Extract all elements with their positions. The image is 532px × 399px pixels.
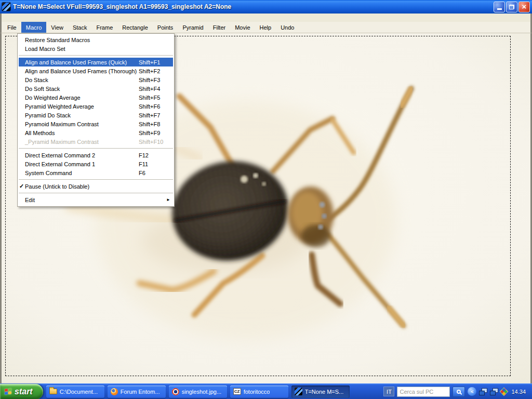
system-tray: IT < 14.34 — [383, 387, 532, 397]
menu-frame[interactable]: Frame — [91, 22, 117, 33]
menu-separator — [19, 179, 173, 180]
tray-collapse-chevron[interactable]: < — [468, 387, 476, 396]
menu-separator — [19, 193, 173, 193]
menu-help[interactable]: Help — [255, 22, 276, 33]
taskbar-item-documents[interactable]: C:\Document... — [46, 385, 104, 398]
menu-item-pyramid-maximum-contrast-disabled: _Pyramid Maximum Contrast Shift+F10 — [18, 137, 174, 146]
combinezp-icon — [295, 388, 302, 395]
menu-pyramid[interactable]: Pyramid — [178, 22, 208, 33]
menubar: File Macro View Stack Frame Rectangle Po… — [0, 22, 532, 33]
cz-icon: CZ — [233, 388, 241, 395]
menu-item-align-quick[interactable]: Align and Balance Used Frames (Quick) Sh… — [19, 58, 173, 66]
window-frame-strip — [0, 14, 532, 22]
menu-view[interactable]: View — [46, 22, 68, 33]
menu-item-edit[interactable]: Edit ► — [18, 195, 174, 204]
menu-macro[interactable]: Macro — [21, 22, 47, 33]
menu-item-system-command[interactable]: System Command F6 — [18, 168, 174, 177]
menu-item-align-thorough[interactable]: Align and Balance Used Frames (Thorough)… — [18, 66, 174, 75]
submenu-arrow-icon: ► — [166, 197, 170, 202]
folder-icon — [49, 389, 57, 394]
menu-item-pyramid-weighted-average[interactable]: Pyramid Weighted Average Shift+F6 — [18, 102, 174, 111]
antivirus-icon[interactable] — [500, 387, 509, 396]
menu-item-load-macro-set[interactable]: Load Macro Set — [18, 44, 174, 53]
menu-stack[interactable]: Stack — [68, 22, 92, 33]
minimize-button[interactable] — [494, 2, 505, 12]
menu-item-direct-external-command-1[interactable]: Direct External Command 1 F11 — [18, 159, 174, 168]
menu-separator — [19, 148, 173, 149]
app-icon — [2, 3, 10, 11]
taskbar-item-singleshot[interactable]: singleshot.jpg... — [169, 385, 227, 398]
language-indicator[interactable]: IT — [383, 387, 394, 396]
image-viewer-icon — [172, 388, 179, 395]
menu-file[interactable]: File — [3, 22, 21, 33]
menu-points[interactable]: Points — [153, 22, 178, 33]
start-label: start — [15, 387, 33, 396]
network-icon[interactable] — [479, 388, 487, 395]
menu-item-pyramoid-maximum-contrast[interactable]: Pyramoid Maximum Contrast Shift+F8 — [18, 119, 174, 128]
window-controls: × — [494, 2, 530, 12]
menu-movie[interactable]: Movie — [230, 22, 255, 33]
taskbar-clock: 14.34 — [511, 389, 526, 395]
menu-filter[interactable]: Filter — [208, 22, 230, 33]
client-area: Restore Standard Macros Load Macro Set A… — [0, 33, 532, 383]
window-title: T=None M=Select VFull=99593_singleshot A… — [13, 3, 494, 10]
start-button[interactable]: start — [0, 384, 43, 399]
menu-item-pyramid-do-stack[interactable]: Pyramid Do Stack Shift+F7 — [18, 111, 174, 119]
close-button[interactable]: × — [518, 2, 530, 12]
restore-icon — [509, 5, 514, 9]
menu-item-direct-external-command-2[interactable]: Direct External Command 2 F12 — [18, 151, 174, 159]
minimize-icon — [497, 8, 502, 10]
close-icon: × — [522, 3, 527, 10]
search-button[interactable] — [453, 387, 465, 397]
search-icon — [457, 390, 461, 394]
macro-dropdown-menu: Restore Standard Macros Load Macro Set A… — [17, 33, 175, 207]
menu-item-pause[interactable]: ✓ Pause (Untick to Disable) — [18, 182, 174, 191]
taskbar-item-forum[interactable]: Forum Entom... — [108, 385, 166, 398]
restore-button[interactable] — [506, 2, 517, 12]
taskbar-item-fotoritocco[interactable]: CZ fotoritocco — [230, 385, 288, 398]
network-icon[interactable] — [490, 388, 498, 395]
menu-item-do-stack[interactable]: Do Stack Shift+F3 — [18, 75, 174, 84]
menu-rectangle[interactable]: Rectangle — [117, 22, 153, 33]
menu-item-restore-standard-macros[interactable]: Restore Standard Macros — [18, 35, 174, 44]
menu-item-do-soft-stack[interactable]: Do Soft Stack Shift+F4 — [18, 84, 174, 93]
firefox-icon — [111, 388, 118, 395]
menu-undo[interactable]: Undo — [276, 22, 299, 33]
search-input[interactable] — [397, 387, 450, 397]
checkmark-icon: ✓ — [19, 183, 24, 190]
taskbar: start C:\Document... Forum Entom... sing… — [0, 383, 532, 399]
titlebar: T=None M=Select VFull=99593_singleshot A… — [0, 0, 532, 14]
menu-item-do-weighted-average[interactable]: Do Weighted Average Shift+F5 — [18, 93, 174, 102]
menu-item-all-methods[interactable]: All Methods Shift+F9 — [18, 128, 174, 137]
taskbar-item-combinezp-active[interactable]: T=None M=S... — [291, 385, 350, 398]
menu-separator — [19, 55, 173, 56]
windows-logo-icon — [5, 388, 11, 394]
